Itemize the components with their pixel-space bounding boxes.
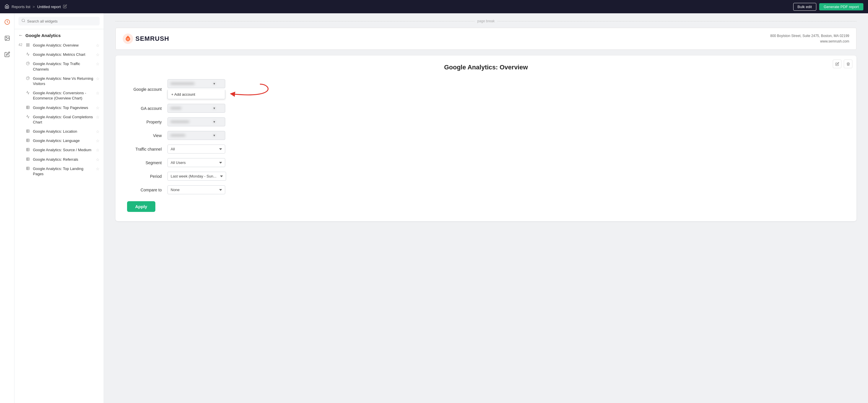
item-label: Google Analytics: New Vs Returning Visit… [33, 76, 94, 86]
semrush-logo-icon [123, 33, 133, 44]
favorite-star-icon[interactable]: ☆ [96, 129, 100, 134]
favorite-star-icon[interactable]: ☆ [96, 106, 100, 110]
sidebar-image-icon[interactable] [2, 33, 12, 44]
select-compare-to[interactable]: NonePrevious periodPrevious year [167, 185, 225, 194]
svg-rect-8 [27, 106, 29, 109]
reports-list-link[interactable]: Reports list [11, 5, 30, 9]
form-control-wrap: NonePrevious periodPrevious year [167, 185, 225, 194]
form-row: PeriodLast week (Monday - Sun...Last mon… [127, 172, 845, 181]
address-line: 800 Boylston Street, Suite 2475, Boston,… [770, 33, 849, 39]
svg-rect-10 [27, 139, 29, 142]
report-name: Untitled report [37, 5, 61, 9]
sidebar-edit-icon[interactable] [2, 49, 12, 60]
generate-pdf-button[interactable]: Generate PDF report [819, 3, 863, 10]
widget-list: 42 Google Analytics: Overview ☆ Google A… [14, 39, 104, 403]
item-label: Google Analytics: Top Pageviews [33, 105, 94, 110]
field-property[interactable]: ••••••••••••••▼ [167, 117, 225, 126]
item-icon [26, 115, 31, 119]
form-control-wrap: Last week (Monday - Sun...Last monthLast… [167, 172, 226, 181]
form-control-wrap: ••••••••••••••••••▼+ Add account [167, 79, 225, 99]
svg-rect-13 [27, 167, 29, 170]
item-icon [26, 129, 31, 134]
item-icon [26, 43, 31, 48]
favorite-star-icon[interactable]: ☆ [96, 139, 100, 143]
main-content: page break SEMRUSH 800 Boylston Street, … [104, 13, 868, 403]
favorite-star-icon[interactable]: ☆ [96, 43, 100, 48]
favorite-star-icon[interactable]: ☆ [96, 148, 100, 152]
widget-list-item[interactable]: Google Analytics: New Vs Returning Visit… [14, 74, 104, 88]
category-title: Google Analytics [25, 33, 61, 38]
favorite-star-icon[interactable]: ☆ [96, 157, 100, 162]
select-segment[interactable]: All UsersNew UsersReturning Users [167, 158, 225, 167]
widget-category-header: ← Google Analytics [14, 29, 104, 39]
widget-list-item[interactable]: Google Analytics: Source / Medium ☆ [14, 145, 104, 155]
item-number: 42 [19, 43, 24, 47]
widget-list-item[interactable]: 42 Google Analytics: Overview ☆ [14, 41, 104, 50]
form-label: Period [127, 174, 162, 179]
widget-list-item[interactable]: Google Analytics: Language ☆ [14, 136, 104, 145]
widget-list-item[interactable]: Google Analytics: Top Traffic Channels ☆ [14, 59, 104, 74]
svg-rect-4 [27, 44, 28, 45]
form-row: Google account••••••••••••••••••▼+ Add a… [127, 79, 845, 99]
delete-widget-button[interactable] [844, 60, 852, 68]
item-icon [26, 62, 31, 66]
sidebar-home-icon[interactable] [2, 17, 12, 27]
form-control-wrap: •••••••••••▼ [167, 131, 225, 140]
widget-list-item[interactable]: Google Analytics: Goal Completions Chart… [14, 112, 104, 127]
form-label: Google account [127, 87, 162, 92]
edit-widget-button[interactable] [833, 60, 841, 68]
item-label: Google Analytics: Goal Completions Chart [33, 114, 94, 125]
form-row: Compare toNonePrevious periodPrevious ye… [127, 185, 845, 194]
edit-report-name-icon[interactable] [63, 4, 67, 9]
widget-list-item[interactable]: Google Analytics: Location ☆ [14, 127, 104, 136]
form-control-wrap: All UsersNew UsersReturning Users [167, 158, 225, 167]
field-ga-account[interactable]: ••••••••▼ [167, 104, 225, 113]
search-input[interactable] [27, 19, 97, 23]
select-traffic-channel[interactable]: AllOrganicPaidDirectReferral [167, 145, 225, 153]
widget-list-item[interactable]: Google Analytics: Referrals ☆ [14, 155, 104, 164]
favorite-star-icon[interactable]: ☆ [96, 52, 100, 57]
bulk-edit-button[interactable]: Bulk edit [793, 3, 816, 11]
item-label: Google Analytics: Metrics Chart [33, 52, 94, 57]
item-icon [26, 76, 31, 81]
apply-button[interactable]: Apply [127, 201, 155, 212]
item-label: Google Analytics: Language [33, 138, 94, 143]
item-icon [26, 52, 31, 57]
item-label: Google Analytics: Conversions - Ecommerc… [33, 90, 94, 101]
search-icon [21, 19, 25, 24]
form-row: Property••••••••••••••▼ [127, 117, 845, 126]
favorite-star-icon[interactable]: ☆ [96, 76, 100, 81]
back-icon[interactable]: ← [19, 33, 23, 38]
widget-editor-title: Google Analytics: Overview [127, 64, 845, 71]
home-icon[interactable] [5, 4, 9, 9]
favorite-star-icon[interactable]: ☆ [96, 167, 100, 171]
widget-list-item[interactable]: Google Analytics: Conversions - Ecommerc… [14, 88, 104, 103]
icon-sidebar [0, 13, 14, 403]
favorite-star-icon[interactable]: ☆ [96, 91, 100, 95]
item-label: Google Analytics: Top Traffic Channels [33, 61, 94, 72]
favorite-star-icon[interactable]: ☆ [96, 115, 100, 119]
form-row: Traffic channelAllOrganicPaidDirectRefer… [127, 145, 845, 153]
select-period[interactable]: Last week (Monday - Sun...Last monthLast… [167, 172, 226, 181]
semrush-logo: SEMRUSH [123, 33, 169, 44]
field-google-account[interactable]: ••••••••••••••••••▼ [167, 79, 225, 88]
favorite-star-icon[interactable]: ☆ [96, 62, 100, 66]
form-control-wrap: ••••••••••••••▼ [167, 117, 225, 126]
widget-list-item[interactable]: Google Analytics: Top Landing Pages ☆ [14, 164, 104, 179]
form-label: Property [127, 120, 162, 124]
item-icon [26, 106, 31, 110]
item-label: Google Analytics: Referrals [33, 157, 94, 162]
form-row: View•••••••••••▼ [127, 131, 845, 140]
svg-point-3 [22, 19, 25, 22]
widget-list-item[interactable]: Google Analytics: Metrics Chart ☆ [14, 50, 104, 59]
widget-editor-card: Google Analytics: Overview Google accoun… [116, 56, 857, 221]
item-label: Google Analytics: Location [33, 129, 94, 134]
breadcrumb-separator: > [33, 5, 35, 9]
widget-list-item[interactable]: Google Analytics: Top Pageviews ☆ [14, 103, 104, 112]
add-account-option[interactable]: + Add account [167, 90, 225, 99]
card-actions [833, 60, 852, 68]
svg-rect-7 [28, 46, 29, 47]
semrush-logo-text: SEMRUSH [135, 35, 169, 42]
item-label: Google Analytics: Source / Medium [33, 147, 94, 153]
field-view[interactable]: •••••••••••▼ [167, 131, 225, 140]
